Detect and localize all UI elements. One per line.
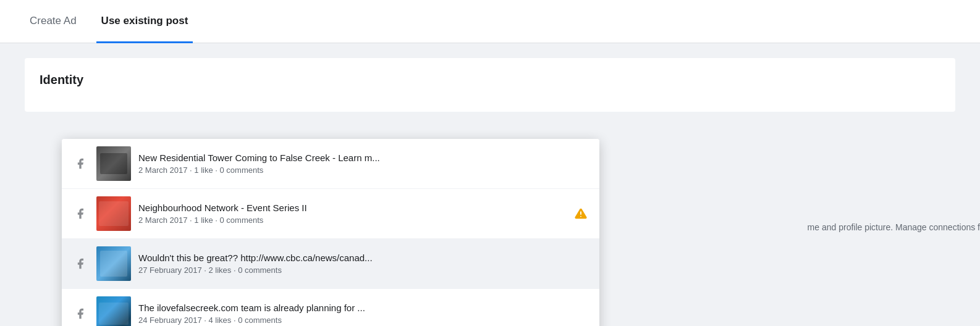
post-title-3: Wouldn't this be great?? http://www.cbc.…	[138, 253, 589, 263]
post-info-2: Neighbourhood Network - Event Series II …	[138, 203, 565, 225]
tab-create-ad[interactable]: Create Ad	[25, 1, 82, 43]
tab-bar: Create Ad Use existing post	[0, 0, 980, 43]
list-item[interactable]: The ilovefalsecreek.com team is already …	[62, 289, 599, 326]
tab-create-ad-label: Create Ad	[30, 15, 77, 27]
list-item[interactable]: Wouldn't this be great?? http://www.cbc.…	[62, 239, 599, 289]
post-info-1: New Residential Tower Coming to False Cr…	[138, 153, 589, 175]
tab-use-existing-post-label: Use existing post	[101, 15, 188, 27]
post-title-1: New Residential Tower Coming to False Cr…	[138, 153, 589, 163]
tab-use-existing-post[interactable]: Use existing post	[96, 1, 193, 43]
post-title-4: The ilovefalsecreek.com team is already …	[138, 303, 589, 313]
warning-icon	[572, 205, 589, 222]
list-item[interactable]: Neighbourhood Network - Event Series II …	[62, 189, 599, 239]
post-meta-1: 2 March 2017 · 1 like · 0 comments	[138, 165, 589, 175]
post-meta-2: 2 March 2017 · 1 like · 0 comments	[138, 215, 565, 225]
post-thumbnail-1	[96, 146, 131, 181]
content-area: Identity New Residential Tower Coming to…	[0, 43, 980, 326]
main-card: Identity	[25, 58, 955, 112]
facebook-icon-3	[72, 255, 89, 272]
post-thumbnail-4	[96, 296, 131, 326]
post-meta-3: 27 February 2017 · 2 likes · 0 comments	[138, 265, 589, 275]
list-item[interactable]: New Residential Tower Coming to False Cr…	[62, 139, 599, 189]
post-info-4: The ilovefalsecreek.com team is already …	[138, 303, 589, 325]
post-thumbnail-2	[96, 196, 131, 231]
post-meta-4: 24 February 2017 · 4 likes · 0 comments	[138, 316, 589, 325]
facebook-icon-2	[72, 205, 89, 222]
post-dropdown[interactable]: New Residential Tower Coming to False Cr…	[62, 139, 599, 326]
right-side-text: me and profile picture. Manage connectio…	[808, 222, 980, 232]
facebook-icon-1	[72, 155, 89, 172]
post-info-3: Wouldn't this be great?? http://www.cbc.…	[138, 253, 589, 275]
post-title-2: Neighbourhood Network - Event Series II	[138, 203, 565, 213]
post-thumbnail-3	[96, 246, 131, 281]
page-wrapper: Create Ad Use existing post Identity	[0, 0, 980, 326]
facebook-icon-4	[72, 305, 89, 322]
identity-label: Identity	[40, 73, 940, 87]
